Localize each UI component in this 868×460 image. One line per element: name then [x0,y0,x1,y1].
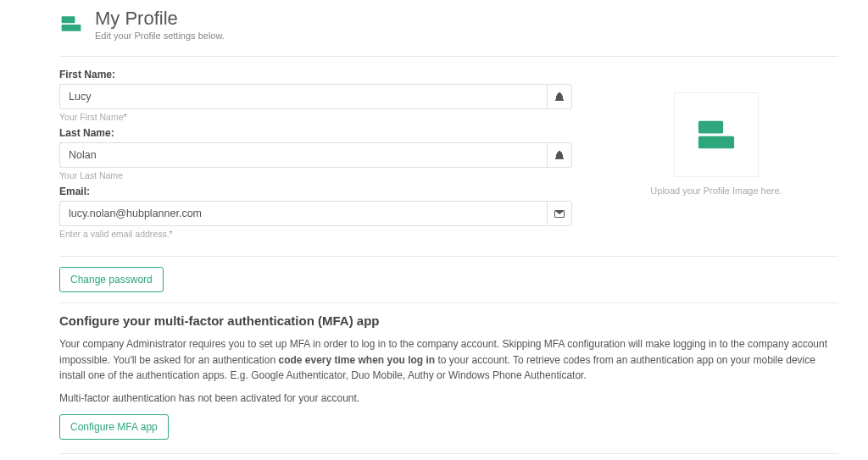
page-subtitle: Edit your Profile settings below. [95,30,225,41]
page-header: My Profile Edit your Profile settings be… [59,8,838,41]
avatar-caption: Upload your Profile Image here. [650,186,782,196]
last-name-help: Your Last Name [59,170,572,180]
svg-rect-0 [62,16,75,23]
mfa-title: Configure your multi-factor authenticati… [59,313,838,328]
mfa-description: Your company Administrator requires you … [59,336,838,384]
svg-rect-2 [698,121,723,134]
svg-rect-1 [62,25,81,31]
last-name-label: Last Name: [59,127,572,139]
last-name-input[interactable] [59,142,547,168]
change-password-button[interactable]: Change password [59,267,164,292]
person-icon [547,84,572,109]
first-name-input[interactable] [59,84,547,109]
email-help: Enter a valid email address.* [59,229,572,239]
email-label: Email: [59,186,572,197]
envelope-icon [547,201,572,226]
configure-mfa-button[interactable]: Configure MFA app [59,414,169,440]
svg-rect-3 [698,136,734,149]
mfa-status: Multi-factor authentication has not been… [59,392,838,404]
avatar-placeholder-icon [694,113,738,157]
brand-logo-icon [59,12,83,36]
page-title: My Profile [95,8,225,29]
first-name-label: First Name: [59,69,572,80]
first-name-help: Your First Name* [59,112,572,122]
avatar-upload[interactable] [674,92,759,177]
email-input[interactable] [59,201,547,226]
person-icon [547,142,572,168]
